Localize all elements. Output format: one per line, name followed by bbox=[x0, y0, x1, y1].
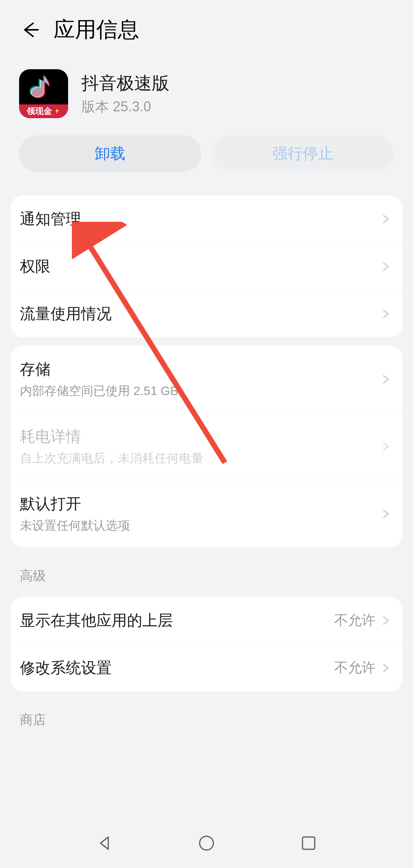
app-icon: 领现金 bbox=[19, 69, 68, 118]
app-version: 版本 25.3.0 bbox=[81, 98, 169, 116]
app-icon-badge: 领现金 bbox=[27, 106, 52, 117]
row-title: 修改系统设置 bbox=[20, 657, 112, 678]
page-title: 应用信息 bbox=[54, 15, 139, 44]
chevron-right-icon bbox=[380, 441, 391, 452]
row-title: 耗电详情 bbox=[20, 426, 203, 447]
nav-home[interactable] bbox=[195, 831, 218, 855]
svg-point-1 bbox=[200, 836, 213, 850]
chevron-right-icon bbox=[380, 509, 391, 519]
row-title: 权限 bbox=[20, 256, 50, 277]
chevron-right-icon bbox=[380, 615, 391, 626]
nav-back[interactable] bbox=[93, 831, 116, 855]
chevron-right-icon bbox=[380, 374, 391, 385]
row-value: 不允许 bbox=[334, 611, 376, 630]
navigation-bar bbox=[0, 818, 413, 868]
chevron-right-icon bbox=[380, 663, 391, 673]
section-store: 商店 bbox=[0, 700, 413, 733]
row-subtitle: 自上次充满电后，未消耗任何电量 bbox=[20, 450, 203, 467]
row-value: 不允许 bbox=[334, 658, 376, 677]
row-permissions[interactable]: 权限 bbox=[11, 243, 402, 290]
row-title: 存储 bbox=[20, 359, 178, 380]
app-name: 抖音极速版 bbox=[81, 72, 169, 95]
back-button[interactable] bbox=[19, 18, 42, 41]
svg-rect-2 bbox=[302, 837, 315, 849]
chevron-right-icon bbox=[380, 214, 391, 224]
row-default-open[interactable]: 默认打开 未设置任何默认选项 bbox=[11, 480, 402, 547]
row-title: 通知管理 bbox=[20, 208, 81, 229]
row-notifications[interactable]: 通知管理 bbox=[11, 195, 402, 243]
row-storage[interactable]: 存储 内部存储空间已使用 2.51 GB bbox=[11, 346, 402, 413]
section-advanced: 高级 bbox=[0, 556, 413, 588]
force-stop-button: 强行停止 bbox=[212, 135, 394, 172]
chevron-right-icon bbox=[380, 261, 391, 272]
row-overlay[interactable]: 显示在其他应用的上层 不允许 bbox=[11, 597, 402, 644]
row-title: 流量使用情况 bbox=[20, 303, 112, 324]
row-battery[interactable]: 耗电详情 自上次充满电后，未消耗任何电量 bbox=[11, 413, 402, 480]
row-title: 默认打开 bbox=[20, 493, 130, 514]
row-modify-settings[interactable]: 修改系统设置 不允许 bbox=[11, 644, 402, 691]
row-subtitle: 内部存储空间已使用 2.51 GB bbox=[20, 383, 178, 400]
row-subtitle: 未设置任何默认选项 bbox=[20, 517, 130, 534]
chevron-right-icon bbox=[380, 309, 391, 319]
row-title: 显示在其他应用的上层 bbox=[20, 610, 173, 631]
uninstall-button[interactable]: 卸载 bbox=[19, 135, 201, 172]
row-data-usage[interactable]: 流量使用情况 bbox=[11, 290, 402, 337]
nav-recent[interactable] bbox=[297, 831, 320, 855]
